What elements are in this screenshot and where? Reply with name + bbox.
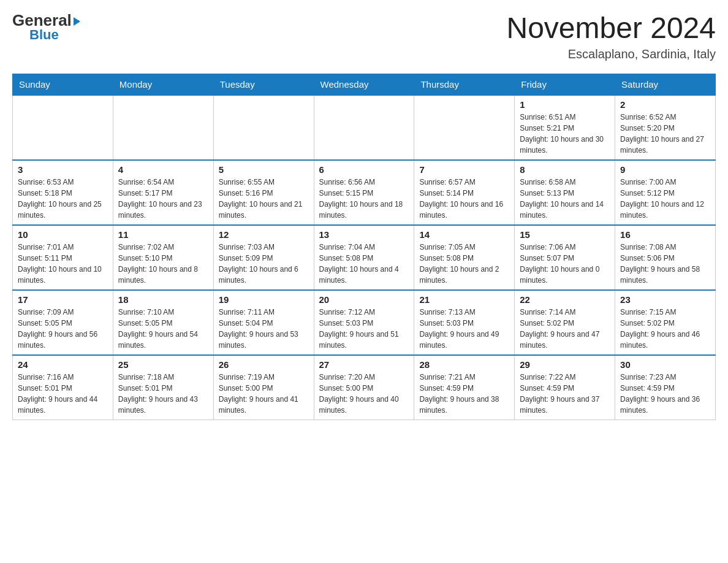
calendar-cell: 24Sunrise: 7:16 AMSunset: 5:01 PMDayligh… — [13, 355, 113, 420]
day-number: 27 — [319, 359, 409, 370]
calendar-cell: 22Sunrise: 7:14 AMSunset: 5:02 PMDayligh… — [515, 290, 615, 355]
calendar-cell: 1Sunrise: 6:51 AMSunset: 5:21 PMDaylight… — [515, 95, 615, 160]
calendar-cell — [414, 95, 515, 160]
day-info: Sunrise: 6:58 AMSunset: 5:13 PMDaylight:… — [520, 177, 610, 221]
day-info: Sunrise: 7:01 AMSunset: 5:11 PMDaylight:… — [18, 242, 108, 286]
weekday-header-friday: Friday — [515, 74, 615, 95]
day-info: Sunrise: 7:10 AMSunset: 5:05 PMDaylight:… — [118, 307, 208, 351]
day-info: Sunrise: 6:57 AMSunset: 5:14 PMDaylight:… — [419, 177, 509, 221]
day-number: 22 — [520, 294, 610, 305]
calendar-cell: 25Sunrise: 7:18 AMSunset: 5:01 PMDayligh… — [113, 355, 213, 420]
day-info: Sunrise: 7:15 AMSunset: 5:02 PMDaylight:… — [620, 307, 710, 351]
logo-general-text: General — [12, 12, 80, 28]
calendar-cell: 18Sunrise: 7:10 AMSunset: 5:05 PMDayligh… — [113, 290, 213, 355]
day-info: Sunrise: 7:00 AMSunset: 5:12 PMDaylight:… — [620, 177, 710, 221]
day-info: Sunrise: 7:19 AMSunset: 5:00 PMDaylight:… — [219, 372, 309, 416]
calendar-cell: 2Sunrise: 6:52 AMSunset: 5:20 PMDaylight… — [615, 95, 716, 160]
calendar-cell: 13Sunrise: 7:04 AMSunset: 5:08 PMDayligh… — [314, 225, 414, 290]
day-number: 6 — [319, 164, 409, 175]
calendar-cell: 23Sunrise: 7:15 AMSunset: 5:02 PMDayligh… — [615, 290, 716, 355]
calendar-table: SundayMondayTuesdayWednesdayThursdayFrid… — [12, 74, 716, 420]
day-info: Sunrise: 6:56 AMSunset: 5:15 PMDaylight:… — [319, 177, 409, 221]
calendar-cell: 26Sunrise: 7:19 AMSunset: 5:00 PMDayligh… — [213, 355, 314, 420]
day-number: 15 — [520, 229, 610, 240]
calendar-cell — [113, 95, 213, 160]
day-info: Sunrise: 7:02 AMSunset: 5:10 PMDaylight:… — [118, 242, 208, 286]
weekday-header-saturday: Saturday — [615, 74, 716, 95]
day-info: Sunrise: 7:05 AMSunset: 5:08 PMDaylight:… — [419, 242, 509, 286]
day-info: Sunrise: 7:18 AMSunset: 5:01 PMDaylight:… — [118, 372, 208, 416]
day-info: Sunrise: 6:51 AMSunset: 5:21 PMDaylight:… — [520, 112, 610, 156]
day-number: 7 — [419, 164, 509, 175]
day-number: 3 — [18, 164, 108, 175]
day-number: 30 — [620, 359, 710, 370]
calendar-cell: 3Sunrise: 6:53 AMSunset: 5:18 PMDaylight… — [13, 160, 113, 225]
calendar-cell: 16Sunrise: 7:08 AMSunset: 5:06 PMDayligh… — [615, 225, 716, 290]
weekday-header-tuesday: Tuesday — [213, 74, 314, 95]
day-info: Sunrise: 6:55 AMSunset: 5:16 PMDaylight:… — [219, 177, 309, 221]
day-number: 10 — [18, 229, 108, 240]
calendar-cell: 17Sunrise: 7:09 AMSunset: 5:05 PMDayligh… — [13, 290, 113, 355]
calendar-cell — [213, 95, 314, 160]
week-row-4: 17Sunrise: 7:09 AMSunset: 5:05 PMDayligh… — [13, 290, 716, 355]
week-row-1: 1Sunrise: 6:51 AMSunset: 5:21 PMDaylight… — [13, 95, 716, 160]
calendar-cell: 9Sunrise: 7:00 AMSunset: 5:12 PMDaylight… — [615, 160, 716, 225]
month-year-title: November 2024 — [506, 12, 716, 45]
day-number: 11 — [118, 229, 208, 240]
day-number: 4 — [118, 164, 208, 175]
day-info: Sunrise: 7:21 AMSunset: 4:59 PMDaylight:… — [419, 372, 509, 416]
day-number: 9 — [620, 164, 710, 175]
day-info: Sunrise: 7:06 AMSunset: 5:07 PMDaylight:… — [520, 242, 610, 286]
day-info: Sunrise: 7:22 AMSunset: 4:59 PMDaylight:… — [520, 372, 610, 416]
day-number: 5 — [219, 164, 309, 175]
calendar-cell: 12Sunrise: 7:03 AMSunset: 5:09 PMDayligh… — [213, 225, 314, 290]
calendar-cell: 21Sunrise: 7:13 AMSunset: 5:03 PMDayligh… — [414, 290, 515, 355]
calendar-cell: 30Sunrise: 7:23 AMSunset: 4:59 PMDayligh… — [615, 355, 716, 420]
week-row-5: 24Sunrise: 7:16 AMSunset: 5:01 PMDayligh… — [13, 355, 716, 420]
day-number: 23 — [620, 294, 710, 305]
calendar-cell: 10Sunrise: 7:01 AMSunset: 5:11 PMDayligh… — [13, 225, 113, 290]
day-info: Sunrise: 6:54 AMSunset: 5:17 PMDaylight:… — [118, 177, 208, 221]
calendar-cell: 15Sunrise: 7:06 AMSunset: 5:07 PMDayligh… — [515, 225, 615, 290]
title-section: November 2024 Escalaplano, Sardinia, Ita… — [506, 12, 716, 61]
day-number: 21 — [419, 294, 509, 305]
calendar-cell — [314, 95, 414, 160]
day-info: Sunrise: 7:03 AMSunset: 5:09 PMDaylight:… — [219, 242, 309, 286]
day-number: 17 — [18, 294, 108, 305]
week-row-2: 3Sunrise: 6:53 AMSunset: 5:18 PMDaylight… — [13, 160, 716, 225]
day-number: 12 — [219, 229, 309, 240]
day-number: 2 — [620, 99, 710, 110]
calendar-cell: 7Sunrise: 6:57 AMSunset: 5:14 PMDaylight… — [414, 160, 515, 225]
day-number: 26 — [219, 359, 309, 370]
day-info: Sunrise: 7:12 AMSunset: 5:03 PMDaylight:… — [319, 307, 409, 351]
calendar-cell: 14Sunrise: 7:05 AMSunset: 5:08 PMDayligh… — [414, 225, 515, 290]
day-info: Sunrise: 7:04 AMSunset: 5:08 PMDaylight:… — [319, 242, 409, 286]
day-info: Sunrise: 7:16 AMSunset: 5:01 PMDaylight:… — [18, 372, 108, 416]
calendar-cell: 19Sunrise: 7:11 AMSunset: 5:04 PMDayligh… — [213, 290, 314, 355]
day-info: Sunrise: 7:09 AMSunset: 5:05 PMDaylight:… — [18, 307, 108, 351]
weekday-header-wednesday: Wednesday — [314, 74, 414, 95]
calendar-cell: 20Sunrise: 7:12 AMSunset: 5:03 PMDayligh… — [314, 290, 414, 355]
day-number: 14 — [419, 229, 509, 240]
calendar-cell: 6Sunrise: 6:56 AMSunset: 5:15 PMDaylight… — [314, 160, 414, 225]
day-number: 19 — [219, 294, 309, 305]
day-number: 28 — [419, 359, 509, 370]
location-subtitle: Escalaplano, Sardinia, Italy — [506, 47, 716, 61]
calendar-cell: 8Sunrise: 6:58 AMSunset: 5:13 PMDaylight… — [515, 160, 615, 225]
calendar-cell: 27Sunrise: 7:20 AMSunset: 5:00 PMDayligh… — [314, 355, 414, 420]
day-info: Sunrise: 6:53 AMSunset: 5:18 PMDaylight:… — [18, 177, 108, 221]
weekday-header-sunday: Sunday — [13, 74, 113, 95]
day-number: 29 — [520, 359, 610, 370]
day-info: Sunrise: 7:11 AMSunset: 5:04 PMDaylight:… — [219, 307, 309, 351]
calendar-cell: 5Sunrise: 6:55 AMSunset: 5:16 PMDaylight… — [213, 160, 314, 225]
page-header: General Blue November 2024 Escalaplano, … — [12, 12, 716, 61]
day-info: Sunrise: 6:52 AMSunset: 5:20 PMDaylight:… — [620, 112, 710, 156]
day-number: 25 — [118, 359, 208, 370]
day-number: 20 — [319, 294, 409, 305]
day-info: Sunrise: 7:08 AMSunset: 5:06 PMDaylight:… — [620, 242, 710, 286]
logo-blue-text: Blue — [29, 27, 59, 43]
weekday-header-monday: Monday — [113, 74, 213, 95]
logo: General Blue — [12, 12, 80, 43]
calendar-cell: 28Sunrise: 7:21 AMSunset: 4:59 PMDayligh… — [414, 355, 515, 420]
day-info: Sunrise: 7:14 AMSunset: 5:02 PMDaylight:… — [520, 307, 610, 351]
